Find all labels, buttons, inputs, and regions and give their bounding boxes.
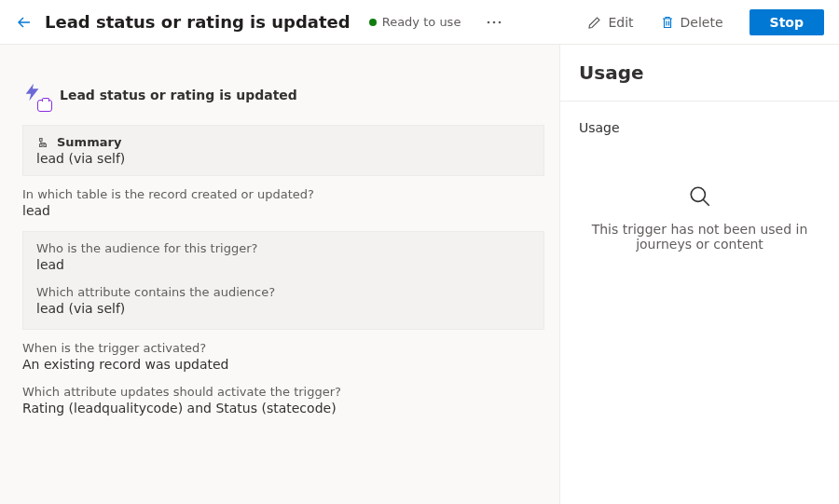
arrow-left-icon xyxy=(17,15,32,30)
hierarchy-icon xyxy=(36,136,49,149)
which-attr-value: Rating (leadqualitycode) and Status (sta… xyxy=(22,401,544,415)
usage-panel: Usage Usage This trigger has not been us… xyxy=(559,45,839,504)
status-chip: Ready to use xyxy=(369,15,461,29)
table-question: In which table is the record created or … xyxy=(22,187,544,201)
trash-icon xyxy=(660,15,675,30)
delete-label: Delete xyxy=(681,15,723,30)
svg-point-2 xyxy=(499,20,502,23)
svg-point-3 xyxy=(691,187,705,201)
usage-empty-text: This trigger has not been used in journe… xyxy=(588,222,811,252)
more-options-button[interactable] xyxy=(481,9,507,35)
stop-button[interactable]: Stop xyxy=(750,9,824,35)
trigger-card-header: Lead status or rating is updated xyxy=(22,82,544,108)
usage-empty-state: This trigger has not been used in journe… xyxy=(560,143,839,293)
edit-button[interactable]: Edit xyxy=(580,11,640,34)
summary-value: lead (via self) xyxy=(36,151,530,166)
summary-heading: Summary xyxy=(57,135,121,149)
more-horizontal-icon xyxy=(487,20,502,24)
audience-box: Who is the audience for this trigger? le… xyxy=(22,231,544,330)
usage-panel-title: Usage xyxy=(560,45,839,102)
main-panel: Lead status or rating is updated Summary… xyxy=(0,45,559,504)
trigger-card-title: Lead status or rating is updated xyxy=(60,88,297,102)
page-header: Lead status or rating is updated Ready t… xyxy=(0,0,839,45)
briefcase-badge-icon xyxy=(37,100,52,112)
svg-point-0 xyxy=(488,20,490,23)
which-attr-question: Which attribute updates should activate … xyxy=(22,385,544,399)
when-question: When is the trigger activated? xyxy=(22,341,544,355)
audience-question: Who is the audience for this trigger? xyxy=(36,241,530,255)
usage-section-label: Usage xyxy=(560,102,839,143)
status-label: Ready to use xyxy=(382,15,461,29)
trigger-icon xyxy=(22,82,48,108)
svg-point-1 xyxy=(493,20,496,23)
page-title: Lead status or rating is updated xyxy=(45,12,351,32)
table-value: lead xyxy=(22,203,544,218)
attribute-question: Which attribute contains the audience? xyxy=(36,285,530,299)
status-dot-icon xyxy=(369,19,377,26)
attribute-value: lead (via self) xyxy=(36,301,530,316)
edit-label: Edit xyxy=(608,15,633,30)
delete-button[interactable]: Delete xyxy=(653,11,731,34)
audience-value: lead xyxy=(36,257,530,272)
summary-box: Summary lead (via self) xyxy=(22,125,544,176)
magnifier-icon xyxy=(688,184,712,209)
back-button[interactable] xyxy=(15,13,34,32)
pencil-icon xyxy=(587,15,602,30)
when-value: An existing record was updated xyxy=(22,357,544,372)
